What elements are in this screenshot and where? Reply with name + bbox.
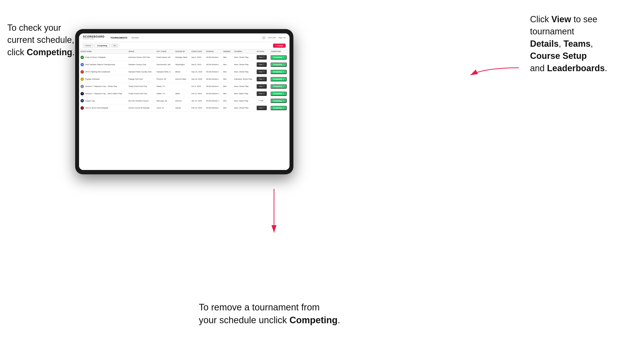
- event-name-cell: M Folds of Honor Collegiate: [79, 54, 127, 61]
- col-venue: VENUE: [127, 49, 155, 54]
- cell-city_state: Lihue, HI: [155, 104, 174, 112]
- view-button[interactable]: View ⓘ: [256, 77, 267, 81]
- team-logo: W: [80, 63, 84, 66]
- team-logo: I: [80, 70, 84, 74]
- col-actions: ACTIONS: [255, 49, 269, 54]
- actions-cell: View ⓘ: [255, 54, 269, 61]
- cell-venue: Trinity Forest Golf Club: [127, 83, 155, 90]
- cell-gender: Men: [222, 54, 232, 61]
- cell-division: NCAA Division I: [205, 54, 222, 61]
- event-name-cell: W 2023 Sahalee Players Championship: [79, 61, 127, 68]
- table-row: J Jackson T. Stephens Cup – Stroke Play …: [79, 83, 290, 90]
- cell-scoring: team, Stroke Play: [233, 104, 255, 112]
- cell-venue: Trinity Forest Golf Club: [127, 90, 155, 97]
- app-header: SCOREBOARD Powered by clipp TOURNAMENTS …: [79, 33, 290, 42]
- filter-bar: Home Competing All + Create: [79, 42, 290, 49]
- cell-hosted_by: Michigan State: [174, 54, 190, 61]
- table-header-row: EVENT NAME VENUE CITY, STATE HOSTED BY S…: [79, 49, 290, 54]
- cell-division: NCAA Division I: [205, 76, 222, 83]
- create-button[interactable]: + Create: [273, 44, 286, 48]
- actions-cell: ✏ Edit: [255, 97, 269, 104]
- competing-button[interactable]: Competing: [270, 55, 286, 60]
- view-button[interactable]: View ⓘ: [256, 91, 267, 96]
- brand-title: SCOREBOARD: [83, 35, 104, 38]
- cell-gender: Men: [222, 76, 232, 83]
- col-division: DIVISION: [205, 49, 222, 54]
- nav-tournaments[interactable]: TOURNAMENTS: [110, 36, 127, 39]
- competing-cell: Competing: [269, 68, 290, 76]
- competing-cell: Competing: [269, 104, 290, 112]
- cell-venue: American Dunes Golf Club: [127, 54, 155, 61]
- view-button[interactable]: View ⓘ: [256, 55, 267, 60]
- competing-button[interactable]: Competing: [270, 77, 286, 81]
- actions-cell: View ⓘ: [255, 68, 269, 76]
- competing-cell: Competing: [269, 61, 290, 68]
- competing-button[interactable]: Competing: [270, 106, 286, 110]
- cell-venue: Sahalee Country Club: [127, 61, 155, 68]
- annotation-bottom-center: To remove a tournament from your schedul…: [199, 301, 368, 327]
- competing-button[interactable]: Competing: [270, 84, 286, 89]
- cell-hosted_by: [174, 83, 190, 90]
- competing-button[interactable]: Competing: [270, 62, 286, 67]
- cell-division: NCAA Division I: [205, 61, 222, 68]
- team-logo: M: [80, 56, 84, 59]
- cell-city_state: Olympia Fields, IL: [155, 68, 174, 76]
- cell-city_state: Sammamish, WA: [155, 61, 174, 68]
- competing-button[interactable]: Competing: [270, 92, 286, 96]
- cell-scoring: team, Match Play: [233, 97, 255, 104]
- event-name: Jackson T. Stephens Cup – Stroke Play: [85, 85, 117, 87]
- col-start-date: START DATE: [190, 49, 205, 54]
- tournaments-table: EVENT NAME VENUE CITY, STATE HOSTED BY S…: [79, 49, 290, 112]
- cell-division: NCAA Division I: [205, 68, 222, 76]
- event-name: OFCC Fighting Illini Invitational: [85, 71, 110, 73]
- cell-scoring: team, Stroke Play: [233, 68, 255, 76]
- brand-subtitle: Powered by clipp: [83, 38, 104, 40]
- nav-links: TOURNAMENTS TEAMS: [110, 36, 262, 39]
- nav-teams[interactable]: TEAMS: [131, 36, 139, 39]
- cell-gender: Men: [222, 61, 232, 68]
- event-name-cell: J Jackson T. Stephens Cup – Men's Match …: [79, 90, 127, 97]
- competing-button[interactable]: Competing: [270, 70, 286, 74]
- view-button[interactable]: View ⓘ: [256, 84, 267, 89]
- cell-division: NCAA Division I: [205, 97, 222, 104]
- competing-button[interactable]: Competing: [270, 99, 286, 103]
- filter-tab-all[interactable]: All: [111, 44, 118, 48]
- tablet-frame: SCOREBOARD Powered by clipp TOURNAMENTS …: [75, 29, 294, 174]
- filter-tab-competing[interactable]: Competing: [94, 44, 110, 48]
- cell-start_date: Sep 18, 2023: [190, 76, 205, 83]
- cell-division: NCAA Division I: [205, 83, 222, 90]
- event-name-cell: A Copper Cup: [79, 97, 127, 104]
- edit-button[interactable]: ✏ Edit: [256, 99, 265, 103]
- table-row: I OFCC Fighting Illini Invitational Olym…: [79, 68, 290, 76]
- view-button[interactable]: View ⓘ: [256, 106, 267, 110]
- col-competing: COMPETING: [269, 49, 290, 54]
- cell-city_state: Grand Haven, MI: [155, 54, 174, 61]
- cell-hosted_by: ABAC: [174, 90, 190, 97]
- user-name: Test User: [268, 36, 276, 39]
- cell-start_date: Sep 15, 2023: [190, 68, 205, 76]
- filter-tabs: Home Competing All: [83, 44, 118, 48]
- view-button[interactable]: View ⓘ: [256, 69, 267, 74]
- header-right: Test User Sign out: [262, 36, 286, 39]
- annotation-top-right: Click View to see tournament Details, Te…: [530, 13, 637, 74]
- cell-venue: Olympia Fields Country Club: [127, 68, 155, 76]
- filter-tab-home[interactable]: Home: [83, 44, 93, 48]
- cell-scoring: team, Match Play: [233, 90, 255, 97]
- cell-city_state: Maricopa, AZ: [155, 97, 174, 104]
- competing-cell: Competing: [269, 54, 290, 61]
- cell-hosted_by: Arizona: [174, 97, 190, 104]
- cell-start_date: Feb 15, 2024: [190, 104, 205, 112]
- event-name-cell: Y Papago Individual: [79, 76, 127, 83]
- competing-cell: Competing: [269, 76, 290, 83]
- competing-cell: Competing: [269, 97, 290, 104]
- view-button[interactable]: View ⓘ: [256, 62, 267, 67]
- cell-scoring: team, Stroke Play: [233, 61, 255, 68]
- competing-cell: Competing: [269, 83, 290, 90]
- team-logo: J: [80, 92, 84, 95]
- sign-out-link[interactable]: Sign out: [278, 36, 286, 39]
- cell-gender: Men: [222, 83, 232, 90]
- cell-city_state: Dallas, TX: [155, 90, 174, 97]
- cell-hosted_by: Washington: [174, 61, 190, 68]
- cell-scoring: individual, Stroke Play: [233, 76, 255, 83]
- cell-division: NCAA Division I: [205, 104, 222, 112]
